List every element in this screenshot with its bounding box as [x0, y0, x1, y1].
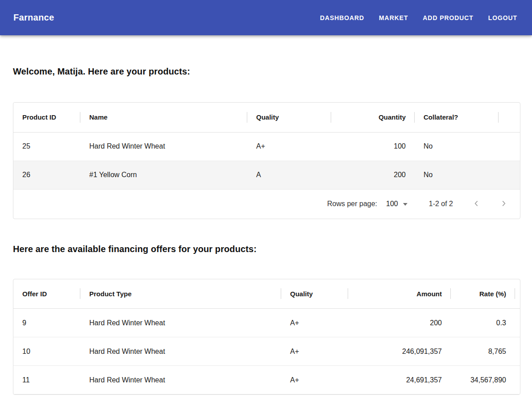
previous-page-button[interactable]: [472, 199, 481, 208]
pagination-range-label: 1-2 of 2: [429, 200, 453, 208]
product-collateral-cell: No: [415, 161, 499, 189]
chevron-right-icon: [500, 199, 508, 209]
brand-logo[interactable]: Farnance: [13, 12, 54, 23]
offer-quality-cell: A+: [281, 309, 348, 337]
products-table-card: Product ID Name Quality Quantity Collate…: [13, 102, 520, 219]
offer-id-cell: 10: [13, 337, 80, 366]
offer-rate-cell: 34,567,890: [451, 366, 515, 394]
table-row: 9 Hard Red Winter Wheat A+ 200 0.3: [13, 309, 520, 337]
offer-quality-cell: A+: [281, 366, 348, 394]
offer-id-cell: 9: [13, 309, 80, 337]
offer-product-type-cell: Hard Red Winter Wheat: [80, 309, 281, 337]
col-header-product-id: Product ID: [13, 103, 80, 132]
col-header-amount: Amount: [348, 279, 451, 309]
offer-product-type-cell: Hard Red Winter Wheat: [80, 337, 281, 366]
product-quality-cell: A: [247, 161, 331, 189]
offer-id-cell: 11: [13, 366, 80, 394]
products-pagination: Rows per page: 100 1-2 of 2: [13, 190, 520, 219]
nav-links: DASHBOARD MARKET ADD PRODUCT LOGOUT: [320, 14, 517, 21]
product-collateral-cell: No: [415, 132, 499, 161]
offers-table-card: Offer ID Product Type Quality Amount Rat…: [13, 279, 520, 395]
nav-item-dashboard[interactable]: DASHBOARD: [320, 14, 364, 21]
chevron-left-icon: [472, 199, 480, 209]
products-heading: Welcome, Matija. Here are your products:: [13, 65, 520, 78]
product-id-cell: 25: [13, 132, 80, 161]
offer-amount-cell: 24,691,357: [348, 366, 451, 394]
col-header-offer-id: Offer ID: [13, 279, 80, 309]
rows-per-page-value: 100: [386, 200, 398, 208]
table-row: 10 Hard Red Winter Wheat A+ 246,091,357 …: [13, 337, 520, 366]
col-header-name: Name: [80, 103, 247, 132]
col-header-rate: Rate (%): [451, 279, 515, 309]
table-row: 26 #1 Yellow Corn A 200 No: [13, 161, 520, 189]
col-header-collateral: Collateral?: [415, 103, 499, 132]
nav-item-logout[interactable]: LOGOUT: [488, 14, 517, 21]
product-name-cell: Hard Red Winter Wheat: [80, 132, 247, 161]
offer-amount-cell: 200: [348, 309, 451, 337]
product-id-cell: 26: [13, 161, 80, 189]
offer-rate-cell: 8,765: [451, 337, 515, 366]
table-row: 25 Hard Red Winter Wheat A+ 100 No: [13, 132, 520, 161]
col-header-quality: Quality: [281, 279, 348, 309]
product-quantity-cell: 100: [331, 132, 415, 161]
rows-per-page-select[interactable]: 100: [386, 200, 407, 208]
offers-header-row: Offer ID Product Type Quality Amount Rat…: [13, 279, 520, 309]
offers-table: Offer ID Product Type Quality Amount Rat…: [13, 279, 520, 395]
products-table: Product ID Name Quality Quantity Collate…: [13, 103, 520, 190]
app-navbar: Farnance DASHBOARD MARKET ADD PRODUCT LO…: [0, 0, 532, 35]
col-header-spacer: [515, 279, 520, 309]
next-page-button[interactable]: [499, 199, 508, 208]
product-quality-cell: A+: [247, 132, 331, 161]
table-row: 11 Hard Red Winter Wheat A+ 24,691,357 3…: [13, 366, 520, 394]
product-quantity-cell: 200: [331, 161, 415, 189]
products-header-row: Product ID Name Quality Quantity Collate…: [13, 103, 520, 132]
main-content: Welcome, Matija. Here are your products:…: [0, 35, 532, 395]
offer-rate-cell: 0.3: [451, 309, 515, 337]
col-header-product-type: Product Type: [80, 279, 281, 309]
col-header-spacer: [499, 103, 520, 132]
nav-item-add-product[interactable]: ADD PRODUCT: [423, 14, 473, 21]
offer-amount-cell: 246,091,357: [348, 337, 451, 366]
rows-per-page-label: Rows per page:: [327, 200, 377, 208]
dropdown-arrow-icon: [403, 203, 407, 206]
col-header-quantity: Quantity: [331, 103, 415, 132]
col-header-quality: Quality: [247, 103, 331, 132]
offer-product-type-cell: Hard Red Winter Wheat: [80, 366, 281, 394]
offers-heading: Here are the available financing offers …: [13, 243, 520, 255]
product-name-cell: #1 Yellow Corn: [80, 161, 247, 189]
nav-item-market[interactable]: MARKET: [379, 14, 408, 21]
offer-quality-cell: A+: [281, 337, 348, 366]
